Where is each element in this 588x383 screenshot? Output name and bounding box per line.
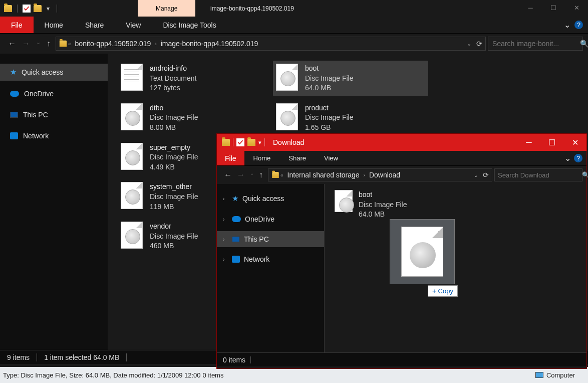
- address-bar[interactable]: « bonito-qpp4.190502.019 › image-bonito-…: [56, 37, 486, 51]
- nav-row: ← → ⌄ ↑ « bonito-qpp4.190502.019 › image…: [0, 34, 588, 54]
- chevron-right-icon[interactable]: ›: [154, 41, 157, 47]
- computer-label: Computer: [546, 371, 575, 379]
- breadcrumb-segment[interactable]: image-bonito-qpp4.190502.019: [158, 40, 261, 48]
- sidebar-item-onedrive[interactable]: OneDrive: [0, 86, 108, 102]
- item-count: 0 items: [203, 371, 224, 379]
- file-item[interactable]: bootDisc Image File64.0 MB: [273, 61, 428, 96]
- minimize-button[interactable]: ─: [517, 135, 540, 150]
- file-item[interactable]: boot Disc Image File 64.0 MB: [335, 190, 576, 220]
- file-name: system_other: [150, 182, 198, 192]
- file-type: Disc Image File: [359, 200, 407, 210]
- sidebar-item-label: Network: [244, 255, 269, 263]
- sidebar-item-network[interactable]: Network: [0, 128, 108, 144]
- share-tab[interactable]: Share: [279, 151, 315, 165]
- ribbon-collapse-icon[interactable]: ⌄: [564, 153, 571, 163]
- properties-icon[interactable]: [236, 138, 244, 146]
- up-button[interactable]: ↑: [47, 39, 51, 48]
- file-tab[interactable]: File: [0, 17, 34, 33]
- folder-icon: [4, 5, 12, 12]
- ribbon-collapse-icon[interactable]: ⌄: [564, 20, 570, 30]
- recent-dropdown-icon[interactable]: ⌄: [36, 39, 41, 48]
- expand-icon[interactable]: ›: [223, 196, 228, 202]
- home-tab[interactable]: Home: [34, 17, 74, 33]
- status-bar: 0 items: [217, 352, 586, 366]
- breadcrumb-segment[interactable]: bonito-qpp4.190502.019: [72, 40, 154, 48]
- sidebar-item-this-pc[interactable]: › This PC: [217, 231, 324, 247]
- breadcrumb-segment[interactable]: Internal shared storage: [284, 171, 363, 179]
- file-item[interactable]: dtboDisc Image File8.00 MB: [118, 100, 273, 136]
- folder-icon[interactable]: [247, 139, 255, 146]
- secondary-window: ▾ Download ─ ☐ ✕ File Home Share View ⌄ …: [216, 133, 587, 369]
- refresh-icon[interactable]: ⟳: [483, 171, 489, 179]
- copy-badge: + Copy: [428, 285, 458, 297]
- disc-image-icon: [121, 103, 143, 130]
- pc-icon: [10, 112, 18, 118]
- sidebar-item-quick-access[interactable]: › ★ Quick access: [217, 190, 324, 207]
- sidebar-item-label: OneDrive: [24, 90, 54, 98]
- address-dropdown-icon[interactable]: ⌄: [474, 172, 478, 178]
- back-button[interactable]: ←: [8, 39, 16, 48]
- forward-button[interactable]: →: [22, 39, 30, 48]
- item-count: 0 items: [223, 356, 245, 364]
- up-button[interactable]: ↑: [259, 170, 263, 179]
- expand-icon[interactable]: ›: [223, 257, 228, 262]
- titlebar: ▾ Download ─ ☐ ✕: [217, 134, 586, 151]
- search-icon[interactable]: 🔍: [580, 40, 588, 48]
- view-tab[interactable]: View: [115, 17, 152, 33]
- sidebar-item-onedrive[interactable]: › OneDrive: [217, 211, 324, 227]
- sidebar-item-this-pc[interactable]: This PC: [0, 107, 108, 123]
- breadcrumb-segment[interactable]: Download: [366, 171, 403, 179]
- separator: [233, 138, 233, 146]
- titlebar: ▾ Manage image-bonito-qpp4.190502.019 ─ …: [0, 0, 588, 17]
- file-view[interactable]: boot Disc Image File 64.0 MB + Copy: [325, 184, 586, 352]
- expand-icon[interactable]: ›: [223, 217, 228, 222]
- separator: [250, 356, 251, 363]
- view-tab[interactable]: View: [315, 151, 347, 165]
- search-icon[interactable]: 🔍: [582, 171, 588, 178]
- file-item[interactable]: android-infoText Document127 bytes: [118, 61, 273, 96]
- help-icon[interactable]: ?: [574, 154, 582, 162]
- chevron-right-icon[interactable]: ›: [363, 172, 366, 178]
- share-tab[interactable]: Share: [74, 17, 115, 33]
- folder-icon[interactable]: [34, 5, 42, 12]
- chevron-left-icon[interactable]: «: [67, 41, 72, 47]
- search-box[interactable]: 🔍: [488, 37, 583, 51]
- back-button[interactable]: ←: [224, 170, 232, 179]
- manage-tab[interactable]: Manage: [138, 0, 195, 17]
- star-icon: ★: [232, 194, 238, 203]
- chevron-left-icon[interactable]: «: [279, 172, 284, 178]
- close-button[interactable]: ✕: [565, 0, 588, 15]
- plus-icon: +: [432, 287, 436, 295]
- close-button[interactable]: ✕: [563, 135, 586, 150]
- refresh-icon[interactable]: ⟳: [476, 40, 482, 48]
- file-name: android-info: [150, 64, 196, 74]
- home-tab[interactable]: Home: [244, 151, 280, 165]
- search-input[interactable]: [492, 40, 580, 48]
- sidebar-item-quick-access[interactable]: ★ Quick access: [0, 64, 108, 81]
- expand-icon[interactable]: ›: [223, 237, 228, 242]
- help-icon[interactable]: ?: [574, 21, 583, 29]
- disc-image-icon: [401, 227, 443, 277]
- search-box[interactable]: 🔍: [494, 168, 582, 181]
- maximize-button[interactable]: ☐: [540, 135, 563, 150]
- address-bar[interactable]: « Internal shared storage › Download ⌄ ⟳: [268, 168, 492, 181]
- qat-dropdown-icon[interactable]: ▾: [45, 5, 52, 12]
- properties-icon[interactable]: [23, 5, 31, 13]
- taskbar-status: Type: Disc Image File, Size: 64.0 MB, Da…: [0, 367, 588, 383]
- disc-image-tools-tab[interactable]: Disc Image Tools: [152, 17, 227, 33]
- recent-dropdown-icon[interactable]: ⌄: [250, 170, 254, 179]
- selection-status: 1 item selected 64.0 MB: [44, 353, 119, 361]
- network-icon: [232, 256, 240, 263]
- file-item[interactable]: productDisc Image File1.65 GB: [273, 100, 428, 136]
- qat-dropdown-icon[interactable]: ▾: [258, 139, 261, 146]
- sidebar-item-network[interactable]: › Network: [217, 251, 324, 267]
- maximize-button[interactable]: ☐: [542, 0, 565, 15]
- file-type: Disc Image File: [150, 152, 198, 162]
- separator: [57, 5, 57, 13]
- file-size: 127 bytes: [150, 83, 196, 93]
- forward-button[interactable]: →: [237, 170, 245, 179]
- minimize-button[interactable]: ─: [519, 0, 542, 15]
- address-dropdown-icon[interactable]: ⌄: [467, 41, 471, 47]
- file-tab[interactable]: File: [217, 151, 244, 165]
- search-input[interactable]: [498, 171, 582, 179]
